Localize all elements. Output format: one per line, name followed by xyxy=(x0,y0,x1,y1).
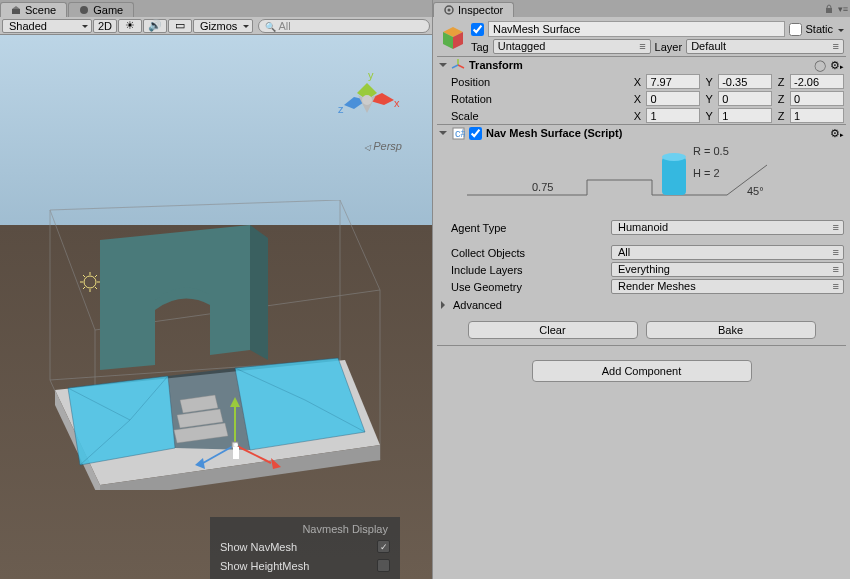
advanced-foldout[interactable] xyxy=(441,301,449,309)
inspector-tab-strip: Inspector ▾≡ xyxy=(433,0,850,17)
speaker-icon: 🔊 xyxy=(148,19,162,32)
transform-icon xyxy=(451,58,465,72)
axis-gizmo[interactable]: y x z xyxy=(332,65,402,135)
rotation-x-input[interactable] xyxy=(646,91,700,106)
scene-toolbar: Shaded 2D ☀ 🔊 ▭ Gizmos 🔍 All xyxy=(0,17,432,35)
scene-3d-model xyxy=(40,200,390,480)
position-y-input[interactable] xyxy=(718,74,772,89)
persp-label: ◁ Persp xyxy=(364,140,402,152)
effects-dropdown[interactable]: ▭ xyxy=(168,19,192,33)
inspector-icon xyxy=(444,5,454,15)
svg-line-31 xyxy=(83,287,85,289)
show-navmesh-checkbox[interactable] xyxy=(377,540,390,553)
transform-help-icon[interactable]: ◯ xyxy=(814,59,826,72)
svg-text:c#: c# xyxy=(455,127,465,139)
svg-rect-60 xyxy=(662,157,686,195)
show-navmesh-label: Show NavMesh xyxy=(220,541,297,553)
use-geometry-dropdown[interactable]: Render Meshes xyxy=(611,279,844,294)
script-icon: c# xyxy=(451,126,465,140)
search-icon: 🔍 xyxy=(265,22,276,32)
svg-point-43 xyxy=(448,9,451,12)
use-geometry-label: Use Geometry xyxy=(451,281,611,293)
bake-button[interactable]: Bake xyxy=(646,321,816,339)
scene-tab-strip: Scene Game xyxy=(0,0,432,17)
game-icon xyxy=(79,5,89,15)
tab-inspector-label: Inspector xyxy=(458,4,503,16)
navmesh-title: Nav Mesh Surface (Script) xyxy=(486,127,826,139)
collect-objects-dropdown[interactable]: All xyxy=(611,245,844,260)
svg-line-32 xyxy=(95,275,97,277)
show-heightmesh-label: Show HeightMesh xyxy=(220,560,309,572)
svg-text:0.75: 0.75 xyxy=(532,181,553,193)
include-layers-dropdown[interactable]: Everything xyxy=(611,262,844,277)
gameobject-enabled-checkbox[interactable] xyxy=(471,23,484,36)
navmesh-display-title: Navmesh Display xyxy=(218,521,392,537)
scene-search-input[interactable]: 🔍 All xyxy=(258,19,430,33)
rotation-y-input[interactable] xyxy=(718,91,772,106)
transform-component: Transform ◯ ⚙▸ Position X Y Z Rotation X… xyxy=(437,57,846,125)
svg-point-61 xyxy=(662,153,686,161)
static-label: Static xyxy=(805,23,833,35)
svg-point-41 xyxy=(234,443,238,447)
navmesh-surface-component: c# Nav Mesh Surface (Script) ⚙▸ 0.75 xyxy=(437,125,846,346)
gameobject-header: Static Tag Untagged Layer Default xyxy=(437,19,846,57)
agent-type-dropdown[interactable]: Humanoid xyxy=(611,220,844,235)
gameobject-icon[interactable] xyxy=(439,24,467,52)
2d-toggle[interactable]: 2D xyxy=(93,19,117,33)
gameobject-name-input[interactable] xyxy=(488,21,785,37)
position-label: Position xyxy=(451,76,629,88)
svg-rect-0 xyxy=(12,9,20,14)
svg-text:45°: 45° xyxy=(747,185,764,197)
include-layers-label: Include Layers xyxy=(451,264,611,276)
scene-icon xyxy=(11,5,21,15)
static-checkbox[interactable] xyxy=(789,23,802,36)
tab-game[interactable]: Game xyxy=(68,2,134,17)
svg-marker-9 xyxy=(250,225,268,360)
svg-rect-40 xyxy=(233,447,239,459)
tab-scene-label: Scene xyxy=(25,4,56,16)
svg-marker-1 xyxy=(12,6,20,9)
tab-scene[interactable]: Scene xyxy=(0,2,67,17)
transform-title: Transform xyxy=(469,59,810,71)
z-axis-label: z xyxy=(338,103,344,115)
y-axis-label: y xyxy=(368,69,374,81)
rotation-z-input[interactable] xyxy=(790,91,844,106)
gizmos-dropdown[interactable]: Gizmos xyxy=(193,19,253,33)
position-x-input[interactable] xyxy=(646,74,700,89)
add-component-button[interactable]: Add Component xyxy=(532,360,752,382)
scale-y-input[interactable] xyxy=(718,108,772,123)
tab-inspector[interactable]: Inspector xyxy=(433,2,514,17)
sun-icon: ☀ xyxy=(125,19,135,32)
svg-line-50 xyxy=(452,65,458,68)
scale-label: Scale xyxy=(451,110,629,122)
tag-dropdown[interactable]: Untagged xyxy=(493,39,651,54)
shading-dropdown[interactable]: Shaded xyxy=(2,19,92,33)
navmesh-display-overlay: Navmesh Display Show NavMesh Show Height… xyxy=(210,517,400,579)
svg-rect-44 xyxy=(826,8,832,13)
svg-point-7 xyxy=(362,95,372,105)
scene-view[interactable]: y x z ◁ Persp xyxy=(0,35,432,579)
image-icon: ▭ xyxy=(175,19,185,32)
advanced-label: Advanced xyxy=(453,299,502,311)
tab-game-label: Game xyxy=(93,4,123,16)
transform-gear-icon[interactable]: ⚙▸ xyxy=(830,59,844,72)
navmesh-gear-icon[interactable]: ⚙▸ xyxy=(830,127,844,140)
position-z-input[interactable] xyxy=(790,74,844,89)
layer-dropdown[interactable]: Default xyxy=(686,39,844,54)
navmesh-foldout[interactable] xyxy=(439,131,447,139)
audio-toggle[interactable]: 🔊 xyxy=(143,19,167,33)
svg-line-29 xyxy=(83,275,85,277)
lighting-toggle[interactable]: ☀ xyxy=(118,19,142,33)
scale-x-input[interactable] xyxy=(646,108,700,123)
lock-icon[interactable] xyxy=(822,2,836,16)
navmesh-enabled-checkbox[interactable] xyxy=(469,127,482,140)
show-heightmesh-checkbox[interactable] xyxy=(377,559,390,572)
transform-foldout[interactable] xyxy=(439,63,447,71)
scale-z-input[interactable] xyxy=(790,108,844,123)
x-axis-label: x xyxy=(394,97,400,109)
svg-line-30 xyxy=(95,287,97,289)
clear-button[interactable]: Clear xyxy=(468,321,638,339)
static-dropdown-arrow[interactable] xyxy=(836,23,844,35)
panel-menu-icon[interactable]: ▾≡ xyxy=(836,2,850,16)
svg-text:R = 0.5: R = 0.5 xyxy=(693,145,729,157)
